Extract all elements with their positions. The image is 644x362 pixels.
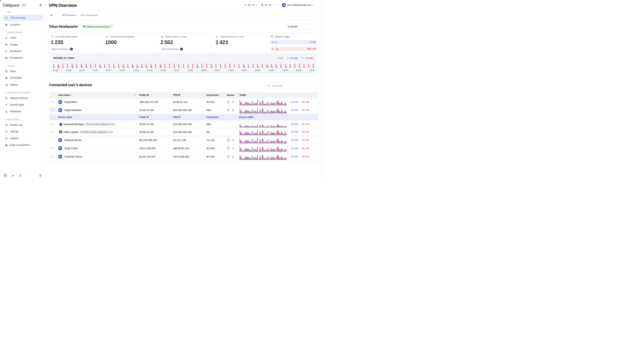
svg-text:12:48: 12:48 (201, 69, 206, 71)
svg-text:12:42: 12:42 (174, 69, 179, 71)
svg-text:12:57: 12:57 (242, 69, 247, 71)
svg-text:12:33: 12:33 (133, 69, 139, 71)
svg-text:12:24: 12:24 (92, 69, 98, 71)
svg-text:12:51: 12:51 (214, 69, 220, 71)
svg-text:12:39: 12:39 (160, 69, 166, 71)
svg-text:12:36: 12:36 (147, 69, 152, 71)
svg-text:13:00: 13:00 (255, 69, 260, 71)
svg-text:13:03: 13:03 (268, 69, 274, 71)
svg-text:12:18: 12:18 (66, 69, 71, 71)
svg-text:13:11: 13:11 (310, 69, 314, 71)
svg-text:13:09: 13:09 (296, 69, 302, 71)
svg-text:12:30: 12:30 (120, 69, 125, 71)
svg-text:12:54: 12:54 (228, 69, 234, 71)
svg-text:12:27: 12:27 (106, 69, 111, 71)
svg-text:12:45: 12:45 (188, 69, 193, 71)
svg-text:12:14: 12:14 (53, 69, 58, 71)
svg-text:12:21: 12:21 (79, 69, 84, 71)
svg-text:13:06: 13:06 (282, 69, 288, 71)
